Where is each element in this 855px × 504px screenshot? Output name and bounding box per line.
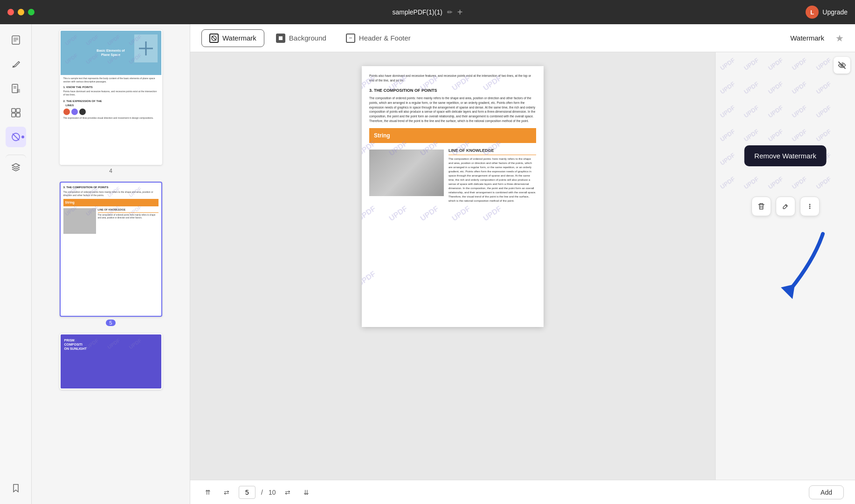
- sidebar-item-pages[interactable]: [6, 30, 26, 50]
- avatar: L: [806, 6, 819, 19]
- pdf-section-title: 3. THE COMPOSITION OF POINTS: [369, 88, 536, 94]
- upgrade-button[interactable]: L Upgrade: [806, 6, 848, 19]
- upgrade-label: Upgrade: [822, 8, 848, 16]
- background-tab-icon: [276, 34, 285, 43]
- active-indicator: [21, 136, 24, 138]
- watermark-tab-icon: [209, 34, 219, 43]
- star-icon[interactable]: ★: [835, 33, 844, 44]
- thumbnail-page-5[interactable]: 3. THE COMPOSITION OF POINTS The composi…: [37, 182, 184, 326]
- remove-watermark-popup: Remove Watermark: [744, 145, 827, 166]
- more-options-button[interactable]: [800, 197, 820, 216]
- right-panel: UPDF UPDF UPDF UPDF UPDF UPDF UPDF UPDF …: [715, 52, 855, 480]
- current-page-input[interactable]: [239, 486, 255, 499]
- sidebar-item-edit[interactable]: [6, 78, 26, 99]
- pdf-line-of-knowledge: LINE OF KNOWLEDGE: [448, 148, 536, 155]
- tab-background[interactable]: Background: [268, 29, 334, 47]
- page-separator: /: [261, 489, 263, 496]
- blue-arrow: [767, 229, 832, 306]
- window-title: samplePDF(1)(1) ✏ +: [392, 7, 462, 18]
- next-page-button[interactable]: ⇄: [281, 487, 294, 498]
- svg-point-20: [809, 206, 810, 207]
- thumbnail-page-6[interactable]: PRISMCOMPOSITION SUNLIGHT UPDF UPDF UPDF…: [37, 334, 184, 389]
- svg-rect-12: [12, 113, 15, 117]
- pdf-image-column: [369, 148, 444, 203]
- pdf-orange-bar: String: [369, 128, 536, 143]
- pdf-pagination: ⇈ ⇄ / 10 ⇄ ⇊ Add: [190, 480, 855, 504]
- svg-point-21: [809, 208, 810, 209]
- sidebar: [0, 24, 32, 504]
- svg-rect-10: [12, 109, 15, 112]
- sidebar-item-bookmark[interactable]: [6, 478, 26, 498]
- page-number-5: 5: [106, 320, 115, 326]
- main-container: Basic Elements ofPlane Space This is sam…: [0, 24, 855, 504]
- page-number-4: 4: [109, 168, 112, 174]
- right-panel-title: Watermark: [790, 34, 824, 42]
- first-page-button[interactable]: ⇈: [201, 487, 214, 498]
- sidebar-item-layers[interactable]: [6, 155, 26, 175]
- close-button[interactable]: [7, 9, 14, 15]
- content-area: Watermark Background Header & Footer Wat…: [190, 24, 855, 504]
- visibility-off-icon[interactable]: [834, 57, 850, 74]
- pdf-text-column: LINE OF KNOWLEDGE The composition of ord…: [448, 148, 536, 203]
- svg-rect-13: [16, 113, 20, 117]
- top-toolbar: Watermark Background Header & Footer Wat…: [190, 24, 855, 52]
- tab-watermark[interactable]: Watermark: [201, 29, 264, 47]
- watermark-tab-label: Watermark: [222, 34, 256, 42]
- tab-header-footer[interactable]: Header & Footer: [338, 29, 419, 47]
- svg-line-15: [13, 134, 19, 140]
- traffic-lights: [7, 9, 34, 15]
- wm-text: UPDF: [362, 259, 409, 327]
- right-panel-watermark: UPDF UPDF UPDF UPDF UPDF UPDF UPDF UPDF …: [716, 52, 855, 480]
- pdf-page: UPDF UPDF UPDF UPDF UPDF UPDF UPDF UPDF …: [362, 66, 544, 327]
- remove-watermark-label: Remove Watermark: [754, 152, 816, 160]
- header-footer-tab-icon: [346, 34, 355, 43]
- pdf-viewer[interactable]: UPDF UPDF UPDF UPDF UPDF UPDF UPDF UPDF …: [190, 52, 715, 480]
- prev-page-button[interactable]: ⇄: [220, 487, 233, 498]
- pdf-paragraph-2: The composition of ordered points: here …: [448, 157, 536, 203]
- pdf-image: [369, 150, 444, 196]
- sidebar-item-watermark[interactable]: [6, 127, 26, 147]
- add-button[interactable]: Add: [809, 485, 844, 499]
- maximize-button[interactable]: [28, 9, 34, 15]
- thumbnail-page-4[interactable]: Basic Elements ofPlane Space This is sam…: [37, 30, 184, 174]
- thumb-frame-5[interactable]: 3. THE COMPOSITION OF POINTS The composi…: [60, 182, 162, 317]
- title-text: samplePDF(1)(1): [392, 8, 442, 16]
- pdf-two-column: LINE OF KNOWLEDGE The composition of ord…: [369, 148, 536, 203]
- edit-title-icon[interactable]: ✏: [447, 8, 453, 16]
- thumb-frame-6[interactable]: PRISMCOMPOSITION SUNLIGHT UPDF UPDF UPDF…: [60, 334, 162, 389]
- minimize-button[interactable]: [18, 9, 24, 15]
- action-buttons: [752, 197, 820, 216]
- pdf-content: Points also have dominant and recessive …: [362, 66, 544, 211]
- thumb-frame-4[interactable]: Basic Elements ofPlane Space This is sam…: [60, 30, 162, 165]
- background-tab-label: Background: [289, 34, 326, 42]
- add-tab-icon[interactable]: +: [457, 7, 463, 18]
- svg-rect-9: [17, 89, 20, 93]
- last-page-button[interactable]: ⇊: [300, 487, 313, 498]
- delete-watermark-button[interactable]: [752, 197, 771, 216]
- svg-rect-11: [16, 109, 20, 112]
- svg-rect-0: [12, 36, 20, 44]
- header-footer-tab-label: Header & Footer: [359, 34, 411, 42]
- sidebar-item-highlight[interactable]: [6, 54, 26, 75]
- pdf-paragraph-1: The composition of ordered points: here …: [369, 96, 536, 123]
- titlebar: samplePDF(1)(1) ✏ + L Upgrade: [0, 0, 855, 24]
- svg-point-19: [809, 204, 810, 205]
- sidebar-item-organize[interactable]: [6, 102, 26, 123]
- edit-watermark-button[interactable]: [776, 197, 795, 216]
- svg-marker-22: [781, 284, 795, 299]
- thumbnail-panel: Basic Elements ofPlane Space This is sam…: [32, 24, 190, 504]
- total-pages: 10: [269, 489, 276, 496]
